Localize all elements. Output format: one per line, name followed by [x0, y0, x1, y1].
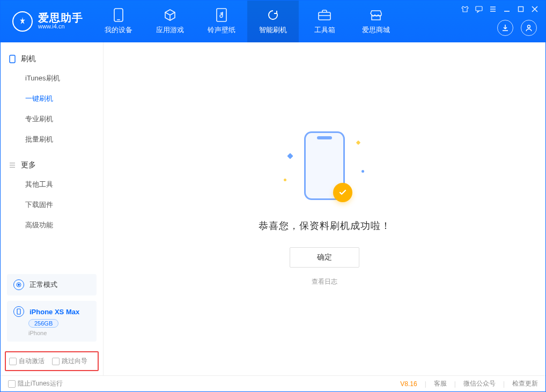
- checkbox-label: 跳过向导: [62, 357, 87, 366]
- nav-tabs: 我的设备 应用游戏 铃声壁纸 智能刷机 工具箱 爱思商城: [93, 1, 402, 42]
- device-name: iPhone XS Max: [29, 308, 79, 316]
- sidebar-item-advanced[interactable]: 高级功能: [1, 215, 103, 235]
- checkbox-skip-guide[interactable]: 跳过向导: [52, 357, 87, 366]
- sidebar-item-itunes-flash[interactable]: iTunes刷机: [1, 68, 103, 88]
- phone-small-icon: [8, 55, 17, 63]
- device-icon: [112, 8, 126, 22]
- checkbox-auto-activate[interactable]: 自动激活: [9, 357, 45, 366]
- sidebar-group-flash: 刷机: [1, 50, 103, 68]
- toolbox-icon: [318, 8, 331, 22]
- cube-icon: [163, 8, 177, 22]
- sparkle-icon: [356, 140, 360, 145]
- nav-tab-smart-flash[interactable]: 智能刷机: [247, 1, 299, 42]
- header-account-area: [497, 20, 537, 36]
- list-icon: [8, 161, 17, 169]
- app-name-en: www.i4.cn: [38, 23, 83, 30]
- nav-tab-label: 智能刷机: [259, 25, 287, 35]
- checkbox-label: 阻止iTunes运行: [18, 379, 63, 388]
- nav-tab-apps-games[interactable]: 应用游戏: [144, 1, 196, 42]
- sidebar-item-pro-flash[interactable]: 专业刷机: [1, 109, 103, 129]
- svg-rect-5: [476, 6, 482, 11]
- nav-tab-label: 爱思商城: [362, 25, 390, 35]
- checkbox-icon: [9, 358, 17, 365]
- svg-rect-8: [10, 55, 15, 63]
- view-log-link[interactable]: 查看日志: [259, 277, 391, 286]
- header-bar: 爱思助手 www.i4.cn 我的设备 应用游戏 铃声壁纸 智能刷机 工具箱 爱…: [1, 1, 545, 42]
- nav-tab-toolbox[interactable]: 工具箱: [299, 1, 350, 42]
- mode-icon: [13, 279, 24, 290]
- sidebar-item-oneclick-flash[interactable]: 一键刷机: [1, 88, 103, 109]
- sidebar-group-title: 刷机: [21, 54, 36, 64]
- version-label: V8.16: [400, 380, 417, 388]
- svg-point-9: [18, 284, 20, 286]
- sidebar-item-other-tools[interactable]: 其他工具: [1, 174, 103, 195]
- svg-rect-11: [17, 309, 20, 314]
- svg-rect-6: [519, 7, 523, 12]
- music-file-icon: [215, 8, 228, 22]
- nav-tab-label: 我的设备: [105, 25, 132, 35]
- device-type: iPhone: [28, 330, 47, 336]
- maximize-icon[interactable]: [517, 5, 525, 13]
- mode-label: 正常模式: [29, 280, 57, 290]
- separator: |: [454, 380, 456, 388]
- footer-bar: 阻止iTunes运行 V8.16 | 客服 | 微信公众号 | 检查更新: [1, 375, 545, 391]
- sparkle-icon: [287, 153, 293, 159]
- footer-link-update[interactable]: 检查更新: [512, 379, 538, 388]
- device-small-icon: [13, 306, 24, 317]
- app-logo: 爱思助手 www.i4.cn: [1, 1, 93, 42]
- shirt-icon[interactable]: [461, 5, 469, 13]
- sidebar: 刷机 iTunes刷机 一键刷机 专业刷机 批量刷机 更多 其他工具 下载固件 …: [1, 42, 104, 375]
- result-panel: 恭喜您，保资料刷机成功啦！ 确定 查看日志: [259, 131, 391, 286]
- feedback-icon[interactable]: [475, 5, 483, 13]
- sidebar-group-title: 更多: [21, 160, 36, 170]
- logo-icon: [12, 11, 33, 32]
- sidebar-group-more: 更多: [1, 156, 103, 174]
- svg-point-7: [528, 25, 530, 28]
- download-icon[interactable]: [497, 20, 513, 36]
- dot-icon: [361, 170, 364, 173]
- store-icon: [369, 8, 383, 22]
- device-card[interactable]: iPhone XS Max 256GB iPhone: [7, 301, 97, 342]
- sidebar-item-batch-flash[interactable]: 批量刷机: [1, 129, 103, 150]
- success-message: 恭喜您，保资料刷机成功啦！: [259, 219, 391, 232]
- refresh-shield-icon: [266, 8, 280, 22]
- check-badge-icon: [333, 183, 352, 202]
- dot-icon: [284, 179, 286, 181]
- nav-tab-ringtone-wallpaper[interactable]: 铃声壁纸: [196, 1, 247, 42]
- app-name-cn: 爱思助手: [38, 12, 83, 23]
- footer-link-wechat[interactable]: 微信公众号: [463, 379, 496, 388]
- svg-rect-1: [117, 19, 120, 20]
- highlight-checkbox-row: 自动激活 跳过向导: [5, 351, 99, 371]
- window-controls: [461, 5, 539, 13]
- nav-tab-label: 应用游戏: [156, 25, 184, 35]
- checkbox-block-itunes[interactable]: 阻止iTunes运行: [8, 379, 63, 388]
- checkbox-label: 自动激活: [19, 357, 45, 366]
- checkbox-icon: [8, 380, 16, 388]
- nav-tab-store[interactable]: 爱思商城: [350, 1, 402, 42]
- separator: |: [503, 380, 505, 388]
- svg-rect-3: [319, 12, 330, 20]
- nav-tab-label: 工具箱: [314, 25, 335, 35]
- sidebar-item-download-firmware[interactable]: 下载固件: [1, 195, 103, 215]
- footer-link-support[interactable]: 客服: [434, 379, 447, 388]
- checkbox-icon: [52, 358, 60, 365]
- nav-tab-label: 铃声壁纸: [208, 25, 235, 35]
- close-icon[interactable]: [530, 5, 539, 13]
- main-area: 恭喜您，保资料刷机成功啦！ 确定 查看日志: [104, 42, 545, 375]
- separator: |: [425, 380, 426, 388]
- menu-icon[interactable]: [489, 5, 497, 13]
- minimize-icon[interactable]: [503, 5, 511, 13]
- user-icon[interactable]: [521, 20, 537, 36]
- nav-tab-my-device[interactable]: 我的设备: [93, 1, 144, 42]
- body: 刷机 iTunes刷机 一键刷机 专业刷机 批量刷机 更多 其他工具 下载固件 …: [1, 42, 545, 375]
- success-illustration: [282, 131, 367, 206]
- mode-card[interactable]: 正常模式: [7, 274, 97, 295]
- device-storage-pill: 256GB: [28, 319, 58, 328]
- ok-button[interactable]: 确定: [290, 247, 359, 268]
